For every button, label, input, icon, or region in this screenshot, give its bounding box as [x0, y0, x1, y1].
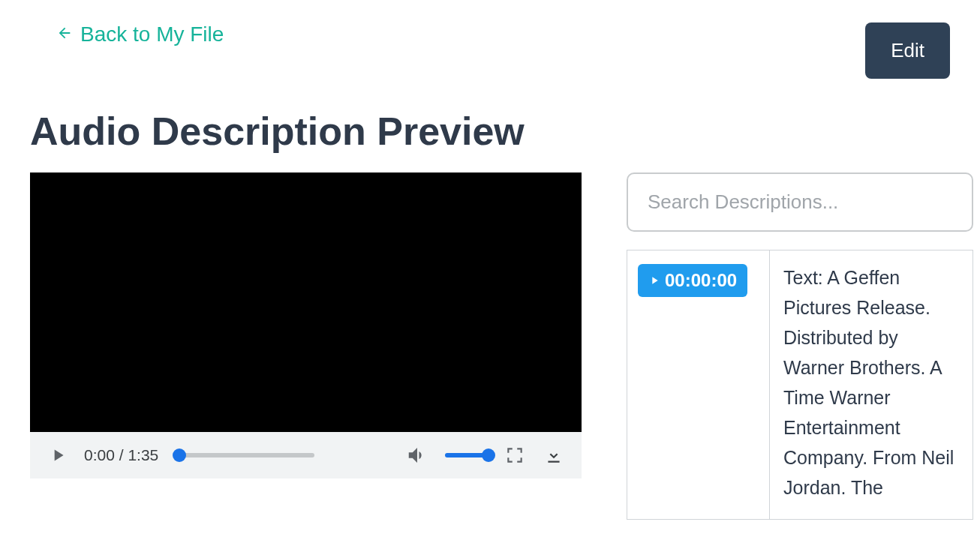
volume-thumb[interactable] — [482, 448, 495, 462]
back-link[interactable]: Back to My File — [30, 22, 224, 46]
fullscreen-icon — [505, 446, 525, 465]
arrow-left-icon — [56, 22, 73, 46]
description-timestamp-cell: 00:00:00 — [627, 250, 770, 519]
timestamp-text: 00:00:00 — [665, 270, 737, 291]
description-text-cell: Text: A Geffen Pictures Release. Distrib… — [770, 250, 972, 519]
back-link-label: Back to My File — [80, 22, 224, 46]
play-icon — [48, 446, 68, 465]
fullscreen-button[interactable] — [502, 442, 528, 468]
play-button[interactable] — [45, 442, 71, 468]
timestamp-badge[interactable]: 00:00:00 — [638, 264, 747, 297]
page-title: Audio Description Preview — [30, 109, 950, 154]
download-icon — [544, 446, 564, 465]
time-display: 0:00 / 1:35 — [84, 446, 158, 464]
edit-button[interactable]: Edit — [865, 22, 950, 79]
search-input[interactable] — [627, 172, 973, 232]
video-controls: 0:00 / 1:35 — [30, 432, 582, 478]
volume-icon — [406, 444, 428, 466]
download-button[interactable] — [541, 442, 567, 468]
seek-slider[interactable] — [179, 453, 314, 458]
edit-button-label: Edit — [891, 39, 924, 62]
volume-slider[interactable] — [445, 453, 488, 458]
volume-button[interactable] — [403, 441, 431, 470]
play-icon — [648, 270, 660, 291]
descriptions-table: 00:00:00 Text: A Geffen Pictures Release… — [627, 250, 973, 520]
video-canvas[interactable] — [30, 172, 582, 432]
seek-thumb[interactable] — [173, 448, 186, 462]
video-player: 0:00 / 1:35 — [30, 172, 582, 478]
